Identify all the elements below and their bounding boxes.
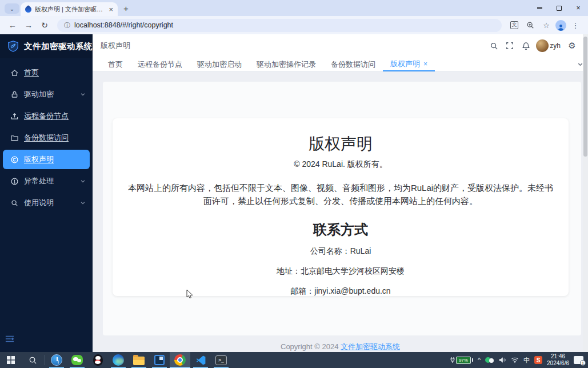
taskbar-app-explorer[interactable] bbox=[129, 352, 149, 368]
sidebar-item-label: 异常处理 bbox=[24, 176, 54, 186]
company-address: 地址：北京邮电大学沙河校区网安楼 bbox=[113, 266, 569, 277]
taskbar-app-terminal[interactable]: >_ bbox=[211, 352, 231, 368]
zoom-icon[interactable] bbox=[523, 19, 537, 31]
page-scrollbar[interactable] bbox=[583, 34, 588, 352]
system-tray: 97% ^ 中 S 21:46 2024/6/6 1 bbox=[450, 352, 588, 368]
reload-button[interactable]: ↻ bbox=[38, 18, 51, 32]
minimize-icon bbox=[537, 7, 542, 8]
sidebar-collapse-button[interactable] bbox=[5, 335, 14, 345]
notification-badge: 1 bbox=[580, 360, 586, 366]
app-title: 文件加密驱动系统 bbox=[24, 41, 93, 52]
browser-menu-icon[interactable]: ⋮ bbox=[569, 19, 582, 31]
input-method-icon[interactable] bbox=[485, 357, 494, 363]
address-bar[interactable]: ⓘ localhost:8848/#/right/copyright bbox=[57, 19, 502, 32]
new-tab-button[interactable]: + bbox=[123, 4, 129, 13]
company-name: 公司名称：RuLai bbox=[113, 246, 569, 257]
sidebar-item-label: 远程备份节点 bbox=[24, 111, 69, 121]
tab-drive-encrypt-log[interactable]: 驱动加密操作记录 bbox=[249, 57, 323, 71]
forward-button[interactable]: → bbox=[22, 18, 35, 32]
tab-search-button[interactable]: ⌄ bbox=[5, 3, 19, 14]
upload-node-icon bbox=[10, 112, 19, 121]
chevron-down-icon bbox=[80, 178, 86, 184]
lock-icon bbox=[10, 90, 19, 99]
chevron-down-icon: ⌄ bbox=[10, 6, 14, 12]
terminal-icon: >_ bbox=[215, 355, 227, 365]
bell-icon[interactable] bbox=[518, 38, 534, 54]
browser-profile-avatar[interactable] bbox=[555, 20, 566, 31]
browser-tabstrip: ⌄ 版权声明 | 文件加密驱动系统 × + × bbox=[0, 0, 588, 16]
chevron-down-icon bbox=[80, 91, 86, 97]
start-button[interactable] bbox=[0, 352, 22, 368]
taskbar-app-wechat[interactable] bbox=[67, 352, 87, 368]
speaker-icon[interactable] bbox=[498, 357, 506, 363]
taskbar-app-vm[interactable] bbox=[149, 352, 170, 368]
main-column: 版权声明 zyh ⚙ 首页 远程备份节点 驱动加密启动 驱动加密 bbox=[93, 34, 588, 352]
sidebar-item-usage[interactable]: 使用说明 bbox=[0, 192, 93, 214]
notification-center-icon[interactable]: 1 bbox=[574, 356, 583, 364]
app-window: 文件加密驱动系统 首页 驱动加密 远程备份节点 备份数据 bbox=[0, 34, 588, 352]
folder-icon bbox=[133, 357, 145, 365]
sogou-s-icon[interactable]: S bbox=[534, 356, 542, 364]
tab-close-icon[interactable]: × bbox=[109, 6, 113, 13]
sidebar-item-copyright[interactable]: 版权声明 bbox=[3, 150, 90, 169]
user-avatar[interactable] bbox=[536, 39, 549, 52]
taskbar-app-chrome[interactable] bbox=[170, 352, 190, 368]
app-header: 版权声明 zyh ⚙ bbox=[93, 34, 588, 57]
search-icon[interactable] bbox=[486, 38, 502, 54]
taskbar-app-vscode[interactable] bbox=[190, 352, 211, 368]
tab-drive-encrypt-start[interactable]: 驱动加密启动 bbox=[190, 57, 249, 71]
fullscreen-icon[interactable] bbox=[502, 38, 518, 54]
wifi-icon[interactable] bbox=[511, 357, 519, 363]
tab-home[interactable]: 首页 bbox=[101, 57, 130, 71]
tab-remote-backup[interactable]: 远程备份节点 bbox=[130, 57, 190, 71]
page-footer: Copyright © 2024 文件加密驱动系统 bbox=[93, 342, 588, 352]
clock-app-icon bbox=[51, 354, 62, 366]
sidebar-item-drive-encrypt[interactable]: 驱动加密 bbox=[0, 83, 93, 105]
browser-tab[interactable]: 版权声明 | 文件加密驱动系统 × bbox=[21, 2, 118, 16]
tray-expand-icon[interactable]: ^ bbox=[478, 357, 481, 363]
battery-indicator[interactable]: 97% bbox=[450, 357, 473, 364]
window-controls: × bbox=[530, 0, 588, 16]
taskbar-search-button[interactable] bbox=[22, 352, 43, 368]
sidebar-item-home[interactable]: 首页 bbox=[0, 62, 93, 83]
windows-icon bbox=[7, 356, 15, 364]
close-button[interactable]: × bbox=[569, 0, 588, 16]
taskbar-app-qq[interactable] bbox=[87, 352, 108, 368]
translate-icon[interactable]: 文 bbox=[507, 19, 521, 31]
tab-copyright[interactable]: 版权声明 × bbox=[383, 57, 435, 71]
edge-icon bbox=[113, 354, 124, 366]
taskbar-app-clock[interactable] bbox=[46, 352, 67, 368]
taskbar-app-edge[interactable] bbox=[108, 352, 129, 368]
page-title: 版权声明 bbox=[113, 133, 569, 155]
warning-circle-icon bbox=[10, 177, 19, 186]
ime-indicator[interactable]: 中 bbox=[523, 356, 530, 365]
screen: ⌄ 版权声明 | 文件加密驱动系统 × + × ← → ↻ ⓘ localhos… bbox=[0, 0, 588, 368]
sidebar-item-label: 驱动加密 bbox=[24, 89, 54, 99]
footer-app-link[interactable]: 文件加密驱动系统 bbox=[341, 342, 400, 351]
minimize-button[interactable] bbox=[530, 0, 549, 16]
sidebar-item-label: 备份数据访问 bbox=[24, 133, 69, 143]
taskbar-clock[interactable]: 21:46 2024/6/6 bbox=[547, 353, 569, 367]
site-info-icon[interactable]: ⓘ bbox=[64, 21, 70, 30]
url-text: localhost:8848/#/right/copyright bbox=[74, 21, 173, 29]
chrome-icon bbox=[174, 354, 186, 366]
tab-close-icon[interactable]: × bbox=[423, 60, 427, 68]
taskbar: >_ 97% ^ 中 S 21:46 2024/6/6 1 bbox=[0, 352, 588, 368]
shield-logo-icon bbox=[7, 40, 19, 53]
sidebar-menu: 首页 驱动加密 远程备份节点 备份数据访问 版权声明 bbox=[0, 58, 93, 214]
maximize-icon bbox=[557, 6, 562, 11]
folder-icon bbox=[10, 134, 19, 142]
tab-backup-data[interactable]: 备份数据访问 bbox=[323, 57, 383, 71]
breadcrumb: 版权声明 bbox=[101, 41, 130, 51]
maximize-button[interactable] bbox=[549, 0, 569, 16]
back-button[interactable]: ← bbox=[6, 18, 19, 32]
scrollbar-thumb[interactable] bbox=[583, 37, 587, 157]
sidebar-item-backup-data[interactable]: 备份数据访问 bbox=[0, 127, 93, 149]
gear-icon[interactable]: ⚙ bbox=[564, 38, 580, 54]
company-email: 邮箱：jinyi.xia@bupt.edu.cn bbox=[113, 286, 569, 297]
sidebar-item-remote-backup[interactable]: 远程备份节点 bbox=[0, 105, 93, 127]
contact-title: 联系方式 bbox=[113, 221, 569, 239]
tray-date: 2024/6/6 bbox=[547, 360, 569, 367]
sidebar-item-exception[interactable]: 异常处理 bbox=[0, 170, 93, 192]
bookmark-star-icon[interactable]: ☆ bbox=[539, 19, 553, 31]
